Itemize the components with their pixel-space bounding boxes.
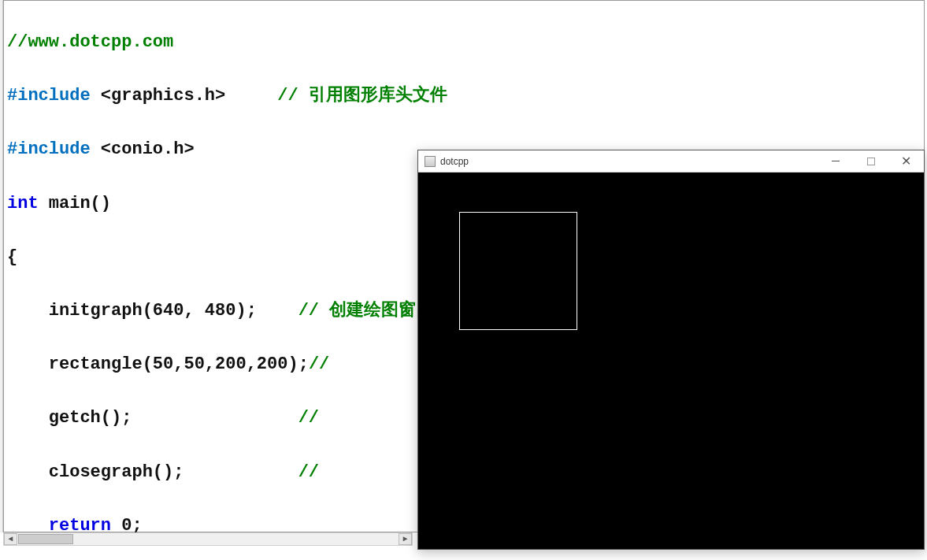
horizontal-scrollbar[interactable]: ◄ ► — [3, 532, 413, 546]
close-icon: ✕ — [901, 155, 911, 168]
graphics-output-window[interactable]: dotcpp ✕ — [417, 150, 925, 550]
app-icon — [425, 156, 436, 167]
call-rectangle: rectangle(50,50,200,200); — [7, 354, 309, 374]
scroll-thumb[interactable] — [18, 534, 73, 544]
scroll-right-arrow-icon[interactable]: ► — [399, 533, 412, 545]
call-initgraph: initgraph(640, 480); — [7, 301, 298, 321]
maximize-icon — [867, 158, 875, 165]
drawn-rectangle — [459, 212, 577, 330]
include-header-graphics: <graphics.h> — [91, 86, 278, 106]
keyword-int: int — [7, 194, 39, 213]
comment-url: //www.dotcpp.com — [7, 32, 173, 52]
comment-include-graphics: // 引用图形库头文件 — [277, 86, 447, 106]
minimize-icon — [832, 161, 840, 161]
call-getch: getch(); — [7, 408, 298, 428]
brace-open: { — [7, 247, 17, 267]
window-title: dotcpp — [440, 156, 469, 167]
window-titlebar[interactable]: dotcpp ✕ — [418, 150, 924, 172]
comment-rectangle: // — [309, 354, 329, 374]
include-directive: #include — [7, 86, 91, 106]
scroll-track[interactable] — [74, 533, 399, 545]
comment-closegraph: // — [298, 462, 319, 482]
main-decl: main() — [39, 194, 111, 213]
include-directive: #include — [7, 139, 91, 159]
minimize-button[interactable] — [818, 150, 853, 172]
close-button[interactable]: ✕ — [888, 150, 924, 172]
scroll-left-arrow-icon[interactable]: ◄ — [4, 533, 17, 545]
comment-getch: // — [298, 408, 319, 428]
call-closegraph: closegraph(); — [7, 462, 298, 482]
maximize-button[interactable] — [853, 150, 888, 172]
include-header-conio: <conio.h> — [91, 139, 195, 159]
graphics-canvas — [420, 172, 922, 547]
